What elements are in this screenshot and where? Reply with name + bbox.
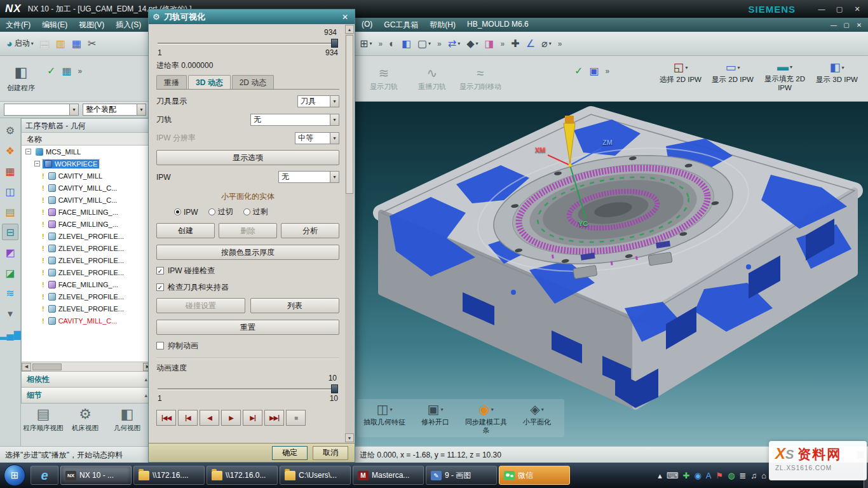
- tree-row[interactable]: ! ZLEVEL_PROFILE...: [22, 266, 153, 278]
- ipw-display-button[interactable]: ◧ ▾ 显示 3D IPW: [811, 57, 863, 99]
- toolbar-button[interactable]: ∠: [524, 35, 538, 52]
- frame-slider-handle[interactable]: [331, 39, 338, 48]
- toolpath-display-button[interactable]: ≋ 显示刀轨: [360, 58, 408, 98]
- view-switch-button[interactable]: ◧ 几何视图: [106, 406, 148, 446]
- minimize-button[interactable]: —: [815, 5, 829, 13]
- toolpath-display-button[interactable]: ≈ 显示刀削移动: [456, 58, 505, 98]
- scrollbar-thumb[interactable]: [32, 363, 62, 370]
- menu-item[interactable]: 插入(S): [110, 20, 147, 30]
- toolpath-combo[interactable]: 无 ▾: [250, 114, 339, 126]
- tray-icon[interactable]: ◍: [728, 471, 735, 480]
- ipw-display-button[interactable]: ◱ ▾ 选择 2D IPW: [654, 57, 707, 99]
- tree-row[interactable]: ! CAVITY_MILL_C...: [22, 194, 153, 206]
- resource-bar-icon[interactable]: ⚙: [2, 122, 18, 139]
- selection-filter-combo[interactable]: ▾: [4, 104, 79, 116]
- ipw-resolution-combo[interactable]: 中等 ▾: [295, 132, 339, 144]
- toolbar-button[interactable]: ✂: [85, 35, 98, 52]
- toolbar-button[interactable]: »: [603, 62, 613, 79]
- tree-row[interactable]: ! CAVITY_MILL_C...: [22, 315, 153, 327]
- toolbar-button[interactable]: »: [76, 62, 85, 79]
- tray-icon[interactable]: A: [706, 471, 712, 480]
- viewport-tool-button[interactable]: ◈ ▾ 小平面化: [515, 402, 559, 435]
- toolbar-button[interactable]: ⊞ ▾: [357, 35, 374, 52]
- viewport-tool-button[interactable]: ▣ ▾ 修补开口: [413, 402, 458, 435]
- maximize-button[interactable]: ▢: [832, 5, 846, 13]
- toolbar-button[interactable]: ▥: [53, 35, 68, 52]
- menu-item[interactable]: GC工具箱: [378, 20, 424, 30]
- toolbar-button[interactable]: »: [435, 35, 444, 52]
- taskbar-task-button[interactable]: M Masterca...: [353, 466, 424, 485]
- taskbar-ie-button[interactable]: e: [31, 466, 58, 485]
- taskbar-task-button[interactable]: NX NX 10 - ...: [60, 466, 132, 485]
- tray-icon[interactable]: ◉: [694, 471, 701, 480]
- toolbar-button[interactable]: ◐: [386, 35, 398, 52]
- dialog-tab[interactable]: 重播: [156, 75, 187, 89]
- taskbar-task-button[interactable]: ✎ 9 - 画图: [426, 466, 497, 485]
- dialog-title-bar[interactable]: ⚙ 刀轨可视化 ✕: [149, 10, 355, 24]
- pair-button[interactable]: 碰撞设置: [156, 298, 245, 313]
- playback-button[interactable]: |◀◀: [156, 410, 176, 426]
- mdi-close-button[interactable]: ✕: [853, 22, 865, 29]
- resource-bar-icon[interactable]: ⊟: [2, 224, 18, 240]
- action-button[interactable]: 创建: [156, 223, 215, 238]
- ok-button[interactable]: 确定: [272, 446, 308, 460]
- viewport-tool-button[interactable]: ◫ ▾ 抽取几何特征: [362, 402, 407, 435]
- tree-row[interactable]: ! ZLEVEL_PROFILE...: [22, 230, 153, 242]
- scrollbar-thumb[interactable]: [346, 35, 353, 194]
- radio-option[interactable]: IPW: [174, 207, 198, 217]
- checkbox-row[interactable]: ✓ 检查刀具和夹持器: [156, 281, 339, 293]
- tree-expander-icon[interactable]: −: [25, 149, 31, 154]
- tree-row[interactable]: ! FACE_MILLING_...: [22, 218, 153, 230]
- toolbar-button[interactable]: »: [376, 35, 385, 52]
- resource-bar-icon[interactable]: ≋: [2, 285, 18, 301]
- tray-icon[interactable]: ⌨: [667, 471, 679, 480]
- toolbar-button[interactable]: ✓: [572, 62, 585, 79]
- action-button[interactable]: 分析: [281, 223, 339, 238]
- playback-button[interactable]: ■: [286, 410, 306, 426]
- ipw-display-button[interactable]: ▭ ▾ 显示 2D IPW: [707, 57, 759, 99]
- selection-scope-combo[interactable]: 整个装配 ▾: [83, 104, 146, 116]
- menu-item[interactable]: 编辑(E): [36, 20, 73, 30]
- resource-bar-icon[interactable]: ▂▄▆: [2, 325, 18, 342]
- tray-icon[interactable]: ⌂: [761, 471, 766, 480]
- horizontal-scrollbar[interactable]: ◀ ▶: [22, 362, 153, 371]
- tray-icon[interactable]: ⚑: [715, 471, 723, 480]
- taskbar-task-button[interactable]: \\172.16....: [133, 466, 205, 485]
- menu-item[interactable]: 文件(F): [0, 20, 36, 30]
- menu-item[interactable]: (O): [356, 20, 378, 30]
- toolbar-button[interactable]: ◨: [482, 35, 496, 52]
- radio-option[interactable]: 过剩: [243, 207, 268, 217]
- navigator-collapsed-panel[interactable]: 细节 ▴: [22, 387, 153, 403]
- menu-item[interactable]: HB_MOULD M6.6: [461, 20, 534, 30]
- animation-speed-slider[interactable]: [156, 384, 339, 394]
- tree-row[interactable]: ! CAVITY_MILL_C...: [22, 182, 153, 194]
- playback-button[interactable]: ◀: [200, 410, 219, 426]
- create-program-button[interactable]: ◧ 创建程序: [3, 58, 39, 98]
- resource-bar-icon[interactable]: ▾: [2, 305, 18, 322]
- toolbar-button[interactable]: ⌀ ▾: [539, 35, 554, 52]
- tree-row[interactable]: ! ZLEVEL_PROFILE...: [22, 254, 153, 266]
- suppress-animation-checkbox[interactable]: [156, 342, 164, 349]
- suppress-animation-row[interactable]: 抑制动画: [156, 340, 339, 351]
- cancel-button[interactable]: 取消: [313, 446, 348, 460]
- animation-slider-handle[interactable]: [331, 384, 338, 393]
- tree-row[interactable]: − WORKPIECE: [22, 158, 153, 170]
- toolbar-button[interactable]: ◆ ▾: [464, 35, 480, 52]
- tree-row[interactable]: ! FACE_MILLING_...: [22, 278, 153, 290]
- toolbar-button[interactable]: ✚: [508, 35, 522, 52]
- tree-expander-icon[interactable]: −: [34, 161, 40, 166]
- frame-slider[interactable]: [156, 38, 339, 48]
- resource-bar-icon[interactable]: ◫: [2, 183, 18, 200]
- tree-row[interactable]: ! ZLEVEL_PROFILE...: [22, 302, 153, 315]
- mdi-restore-button[interactable]: ▢: [840, 22, 853, 29]
- playback-button[interactable]: ▶: [221, 410, 241, 426]
- taskbar-task-button[interactable]: \\172.16.0...: [207, 466, 278, 485]
- playback-button[interactable]: ▶▶|: [264, 410, 284, 426]
- show-options-button[interactable]: 显示选项: [156, 150, 339, 165]
- ipw-combo[interactable]: 无 ▾: [278, 171, 339, 183]
- tree-row[interactable]: ! ZLEVEL_PROFILE...: [22, 242, 153, 254]
- viewport-tool-button[interactable]: ◉ ▾ 同步建模工具条: [464, 402, 508, 435]
- tray-icon[interactable]: ≣: [739, 471, 746, 480]
- tree-row[interactable]: ! CAVITY_MILL: [22, 170, 153, 182]
- tree-row[interactable]: − MCS_MILL: [22, 146, 153, 158]
